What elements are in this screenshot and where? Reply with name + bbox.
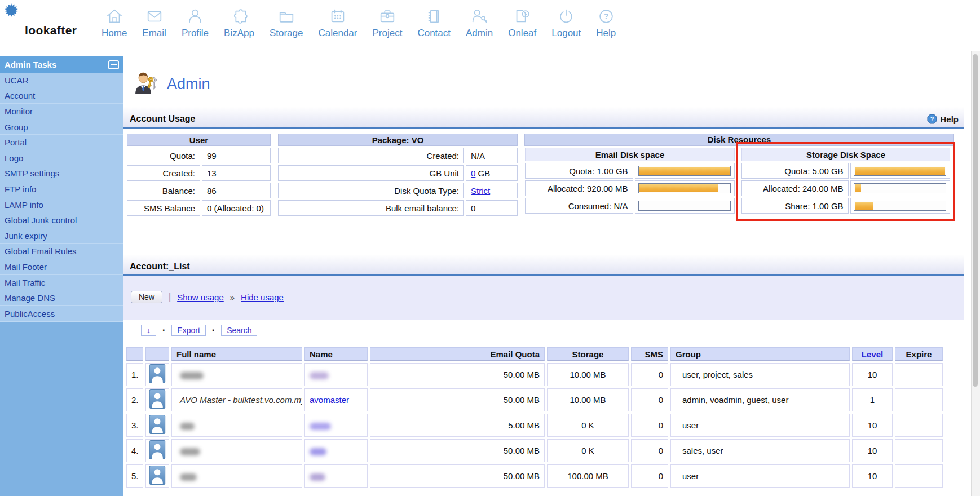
blurred-name-link[interactable] (310, 473, 325, 481)
nav-item-storage[interactable]: Storage (270, 7, 303, 39)
account-list-title: Account:_List (130, 262, 190, 272)
dot-separator: · (162, 325, 165, 335)
expire-cell (895, 414, 943, 437)
nav-label: Project (372, 28, 402, 39)
sort-button[interactable]: ↓ (141, 325, 156, 336)
account-usage-band: Account Usage ? Help (123, 103, 964, 129)
header-col-full-name: Full name (171, 347, 302, 361)
nav-item-email[interactable]: Email (142, 7, 166, 39)
collapse-icon[interactable] (108, 60, 119, 69)
storage-icon (277, 7, 296, 26)
calendar-icon (328, 7, 347, 26)
help-link[interactable]: ? Help (927, 114, 959, 124)
nav-item-help[interactable]: ?Help (596, 7, 616, 39)
package-table-header: Package: VO (278, 134, 518, 146)
group-cell: sales, user (670, 439, 850, 462)
user-created-value: 13 (202, 165, 271, 181)
sidebar-item-ucar[interactable]: UCAR (0, 73, 123, 88)
pkg-gbunit-value: 0 GB (466, 165, 518, 181)
main-content: Admin Account Usage ? Help User Quota:99… (123, 56, 964, 490)
account-list-table: Full nameNameEmail QuotaStorageSMSGroupL… (124, 345, 945, 490)
sidebar-item-junk-expiry[interactable]: Junk expiry (0, 228, 123, 244)
account-name-link[interactable]: avomaster (310, 395, 349, 405)
home-icon (105, 7, 124, 26)
table-row: 1.50.00 MB10.00 MB0user, project, sales1… (126, 363, 943, 386)
sidebar-item-ftp-info[interactable]: FTP info (0, 181, 123, 197)
full-name-cell (171, 363, 302, 386)
level-sort-link[interactable]: Level (862, 349, 883, 359)
email-consumed-label: Consumed: N/A (525, 198, 633, 214)
nav-item-project[interactable]: Project (372, 7, 402, 39)
sidebar-item-logo[interactable]: Logo (0, 150, 123, 166)
avatar-cell (145, 388, 169, 411)
sidebar-item-group[interactable]: Group (0, 119, 123, 135)
blurred-name-link[interactable] (310, 448, 326, 455)
sidebar-item-account[interactable]: Account (0, 88, 123, 104)
nav-item-admin[interactable]: Admin (466, 7, 493, 39)
nav-item-profile[interactable]: Profile (182, 7, 209, 39)
header-col-avatar (145, 347, 169, 361)
bizapp-icon (229, 7, 249, 26)
storage-allocated-bar (854, 183, 946, 193)
onleaf-icon (513, 7, 532, 26)
sidebar: Admin Tasks UCARAccountMonitorGroupPorta… (0, 56, 123, 496)
hide-usage-link[interactable]: Hide usage (241, 293, 284, 302)
row-number: 2. (126, 388, 143, 411)
group-cell: user (670, 464, 850, 488)
sidebar-item-manage-dns[interactable]: Manage DNS (0, 290, 123, 306)
email-quota-cell: 50.00 MB (370, 388, 545, 411)
pkg-gbunit-label: GB Unit (278, 165, 464, 181)
expire-cell (895, 464, 943, 488)
table-row: 2.AVO Master - bulktest.vo.com.myavomast… (126, 388, 943, 411)
contact-icon (425, 7, 444, 26)
starburst-icon (5, 3, 18, 19)
nav-label: Logout (551, 28, 581, 39)
gb-unit-suffix: GB (475, 169, 490, 178)
disk-resources: Disk Resources Email Disk space Quota: 1… (523, 132, 955, 215)
sidebar-item-portal[interactable]: Portal (0, 135, 123, 150)
sidebar-item-mail-footer[interactable]: Mail Footer (0, 259, 123, 275)
raquo-separator: » (230, 293, 235, 302)
sidebar-item-monitor[interactable]: Monitor (0, 104, 123, 119)
header-col-num (126, 347, 143, 361)
sidebar-item-global-junk-control[interactable]: Global Junk control (0, 212, 123, 228)
admin-icon (470, 7, 489, 26)
pkg-quota-type-value: Strict (466, 183, 518, 198)
user-avatar-icon (149, 389, 166, 409)
scrollbar[interactable] (971, 51, 980, 496)
user-balance-value: 86 (202, 183, 271, 198)
help-icon: ? (597, 7, 616, 26)
strict-link[interactable]: Strict (471, 186, 490, 196)
sidebar-item-mail-traffic[interactable]: Mail Traffic (0, 275, 123, 291)
profile-icon (186, 7, 205, 26)
search-button[interactable]: Search (221, 325, 257, 336)
header-col-group: Group (670, 347, 850, 361)
nav-item-onleaf[interactable]: Onleaf (508, 7, 536, 39)
header-col-storage: Storage (547, 347, 629, 361)
nav-label: Home (101, 28, 127, 39)
pkg-created-label: Created: (278, 148, 464, 163)
export-button[interactable]: Export (171, 325, 205, 336)
table-row: 5.50.00 MB100.00 MB0user10 (126, 464, 943, 488)
user-avatar-icon (149, 440, 166, 459)
sidebar-item-publicaccess[interactable]: PublicAccess (0, 306, 123, 322)
storage-share-label: Share: 1.00 GB (741, 198, 849, 214)
sidebar-item-global-email-rules[interactable]: Global Email Rules (0, 244, 123, 260)
blurred-name-link[interactable] (310, 372, 329, 379)
new-button[interactable]: New (131, 291, 162, 303)
nav-item-home[interactable]: Home (101, 7, 127, 39)
nav-item-bizapp[interactable]: BizApp (224, 7, 254, 39)
blurred-name-link[interactable] (310, 423, 331, 430)
name-cell (304, 439, 368, 462)
nav-item-contact[interactable]: Contact (417, 7, 451, 39)
show-usage-link[interactable]: Show usage (177, 293, 224, 302)
nav-item-calendar[interactable]: Calendar (318, 7, 357, 39)
nav-item-logout[interactable]: Logout (551, 7, 581, 39)
account-list-band: Account:_List (123, 251, 964, 276)
blurred-full-name (180, 473, 197, 481)
group-cell: user (670, 414, 850, 437)
sidebar-item-smtp-settings[interactable]: SMTP settings (0, 166, 123, 182)
sidebar-item-lamp-info[interactable]: LAMP info (0, 197, 123, 213)
scrollbar-thumb[interactable] (973, 54, 978, 387)
user-table: User Quota:99 Created:13 Balance:86 SMS … (125, 132, 272, 218)
